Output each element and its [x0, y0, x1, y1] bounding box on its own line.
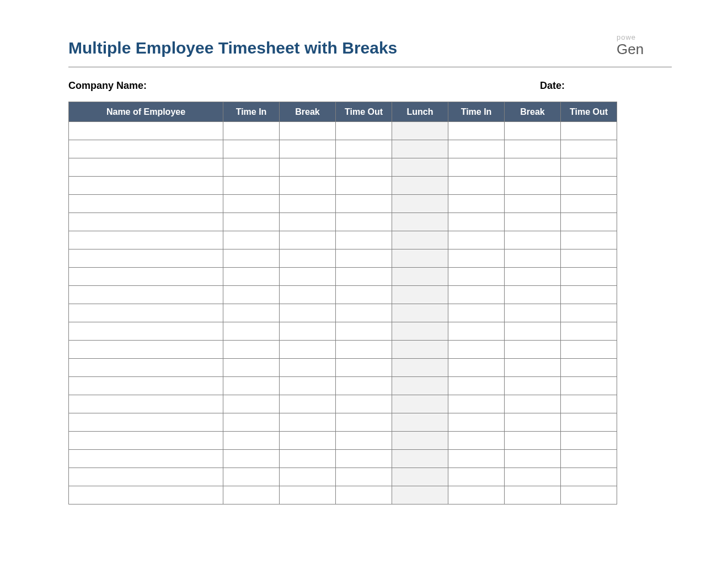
table-cell[interactable] [561, 359, 617, 377]
table-cell[interactable] [336, 140, 392, 158]
table-cell[interactable] [561, 341, 617, 359]
table-cell[interactable] [561, 158, 617, 177]
table-cell[interactable] [223, 268, 280, 286]
table-cell[interactable] [336, 122, 392, 140]
table-cell[interactable] [223, 359, 280, 377]
table-cell[interactable] [280, 486, 336, 504]
table-cell[interactable] [505, 213, 561, 231]
table-cell[interactable] [336, 322, 392, 341]
table-cell[interactable] [280, 286, 336, 304]
table-cell[interactable] [561, 140, 617, 158]
table-cell[interactable] [223, 468, 280, 486]
table-cell[interactable] [223, 322, 280, 341]
table-cell[interactable] [392, 122, 448, 140]
table-cell[interactable] [561, 213, 617, 231]
table-cell[interactable] [392, 286, 448, 304]
table-cell[interactable] [448, 413, 505, 432]
table-cell[interactable] [280, 468, 336, 486]
table-cell[interactable] [223, 432, 280, 450]
table-cell[interactable] [561, 468, 617, 486]
table-cell[interactable] [223, 304, 280, 322]
table-cell[interactable] [505, 231, 561, 249]
table-cell[interactable] [448, 341, 505, 359]
table-cell[interactable] [69, 195, 223, 213]
table-cell[interactable] [448, 359, 505, 377]
table-cell[interactable] [336, 286, 392, 304]
table-cell[interactable] [336, 268, 392, 286]
table-cell[interactable] [448, 249, 505, 268]
table-cell[interactable] [223, 413, 280, 432]
table-cell[interactable] [392, 413, 448, 432]
table-cell[interactable] [448, 377, 505, 395]
table-cell[interactable] [561, 177, 617, 195]
table-cell[interactable] [392, 341, 448, 359]
table-cell[interactable] [223, 213, 280, 231]
table-cell[interactable] [505, 122, 561, 140]
table-cell[interactable] [448, 231, 505, 249]
table-cell[interactable] [448, 213, 505, 231]
table-cell[interactable] [336, 468, 392, 486]
table-cell[interactable] [280, 413, 336, 432]
table-cell[interactable] [223, 158, 280, 177]
table-cell[interactable] [561, 304, 617, 322]
table-cell[interactable] [336, 359, 392, 377]
table-cell[interactable] [505, 322, 561, 341]
table-cell[interactable] [561, 231, 617, 249]
table-cell[interactable] [280, 177, 336, 195]
table-cell[interactable] [505, 395, 561, 413]
table-cell[interactable] [448, 158, 505, 177]
table-cell[interactable] [280, 377, 336, 395]
table-cell[interactable] [336, 231, 392, 249]
table-cell[interactable] [69, 268, 223, 286]
table-cell[interactable] [223, 177, 280, 195]
table-cell[interactable] [336, 486, 392, 504]
table-cell[interactable] [69, 486, 223, 504]
table-cell[interactable] [448, 304, 505, 322]
table-cell[interactable] [505, 304, 561, 322]
table-cell[interactable] [505, 413, 561, 432]
table-cell[interactable] [448, 268, 505, 286]
table-cell[interactable] [561, 286, 617, 304]
table-cell[interactable] [280, 304, 336, 322]
table-cell[interactable] [392, 486, 448, 504]
table-cell[interactable] [69, 249, 223, 268]
table-cell[interactable] [336, 341, 392, 359]
table-cell[interactable] [505, 432, 561, 450]
table-cell[interactable] [448, 486, 505, 504]
table-cell[interactable] [69, 322, 223, 341]
table-cell[interactable] [505, 177, 561, 195]
table-cell[interactable] [448, 177, 505, 195]
table-cell[interactable] [392, 468, 448, 486]
table-cell[interactable] [69, 231, 223, 249]
table-cell[interactable] [69, 468, 223, 486]
table-cell[interactable] [448, 140, 505, 158]
table-cell[interactable] [336, 213, 392, 231]
table-cell[interactable] [505, 468, 561, 486]
table-cell[interactable] [223, 341, 280, 359]
table-cell[interactable] [392, 158, 448, 177]
table-cell[interactable] [280, 359, 336, 377]
table-cell[interactable] [69, 304, 223, 322]
table-cell[interactable] [505, 341, 561, 359]
table-cell[interactable] [392, 213, 448, 231]
table-cell[interactable] [336, 158, 392, 177]
table-cell[interactable] [223, 122, 280, 140]
table-cell[interactable] [280, 341, 336, 359]
table-cell[interactable] [280, 213, 336, 231]
table-cell[interactable] [69, 450, 223, 468]
table-cell[interactable] [336, 413, 392, 432]
table-cell[interactable] [223, 140, 280, 158]
table-cell[interactable] [223, 231, 280, 249]
table-cell[interactable] [561, 268, 617, 286]
table-cell[interactable] [448, 395, 505, 413]
table-cell[interactable] [561, 322, 617, 341]
table-cell[interactable] [69, 122, 223, 140]
table-cell[interactable] [392, 249, 448, 268]
table-cell[interactable] [280, 195, 336, 213]
table-cell[interactable] [69, 286, 223, 304]
table-cell[interactable] [280, 122, 336, 140]
table-cell[interactable] [69, 395, 223, 413]
table-cell[interactable] [336, 249, 392, 268]
table-cell[interactable] [280, 249, 336, 268]
table-cell[interactable] [561, 450, 617, 468]
